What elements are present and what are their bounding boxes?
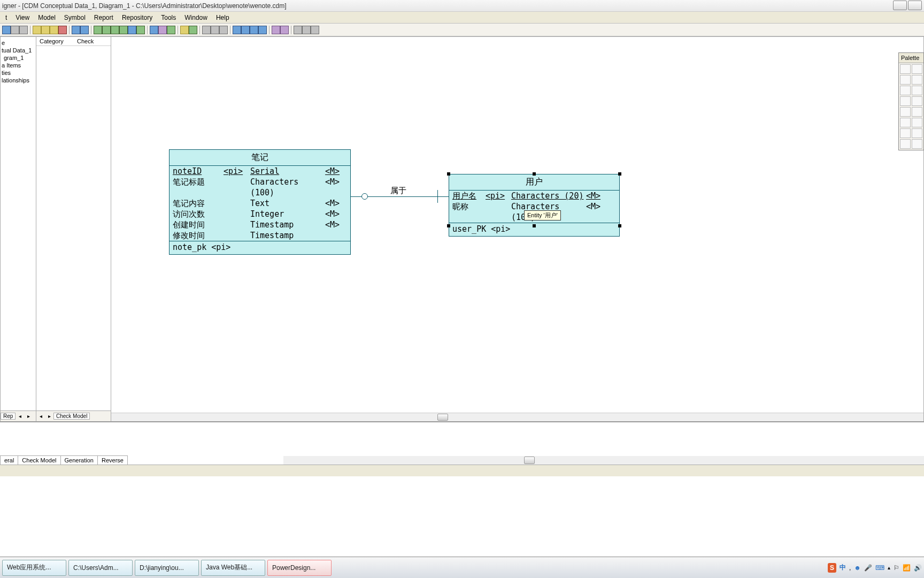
tool-zoomin-icon[interactable] [900,75,911,85]
tool-grabber-icon[interactable] [912,64,922,74]
menu-edit[interactable]: t [1,13,11,22]
palette-toolbox[interactable]: Palette [898,52,924,150]
resize-handle[interactable] [447,224,450,227]
align-left-icon[interactable] [233,26,241,34]
task-item-active[interactable]: PowerDesign... [267,560,332,576]
tool-delete-icon[interactable] [912,86,922,95]
tree-item[interactable]: gram_1 [2,54,35,62]
output-icon[interactable] [136,26,145,34]
win-tilev-icon[interactable] [311,26,319,34]
tool-link-icon[interactable] [900,118,911,127]
browser-panel[interactable]: e tual Data_1 gram_1 a Items ties lation… [0,36,36,422]
tool-line-icon[interactable] [912,128,922,138]
tool-inheritance-icon[interactable] [900,107,911,117]
undo-icon[interactable] [72,26,80,34]
tree-item[interactable]: lationships [2,77,35,84]
ime-icon[interactable]: S [828,563,836,573]
font-icon[interactable] [189,26,197,34]
menu-report[interactable]: Report [90,13,118,22]
win-cascade-icon[interactable] [294,26,302,34]
list-icon[interactable] [111,26,119,34]
properties-icon[interactable] [102,26,111,34]
tray-mic-icon[interactable]: 🎤 [864,564,872,572]
redo-icon[interactable] [80,26,89,34]
menu-model[interactable]: Model [34,13,60,22]
tab-scroll-right-icon[interactable]: ▸ [24,413,33,419]
resize-handle[interactable] [533,224,536,227]
browser-tree[interactable]: e tual Data_1 gram_1 a Items ties lation… [1,37,36,86]
tree-item[interactable]: tual Data_1 [2,47,35,54]
minimize-button[interactable] [893,1,907,10]
tab-repository[interactable]: Rep [1,413,16,420]
resize-handle[interactable] [447,172,450,176]
home-icon[interactable] [211,26,219,34]
back-icon[interactable] [202,26,211,34]
edit-icon[interactable] [167,26,175,34]
tool-ellipse-icon[interactable] [900,139,911,149]
print-icon[interactable] [11,26,19,34]
browser-icon[interactable] [128,26,136,34]
paste-icon[interactable] [50,26,58,34]
tray-face-icon[interactable]: ☻ [854,564,861,572]
task-item[interactable]: D:\jianying\ou... [135,560,199,576]
delete-icon[interactable] [58,26,67,34]
menu-repository[interactable]: Repository [118,13,157,22]
menu-help[interactable]: Help [212,13,234,22]
tool-zoomout-icon[interactable] [912,75,922,85]
tray-volume-icon[interactable]: 🔊 [914,564,922,572]
tab-scroll-left-icon[interactable]: ◂ [36,413,45,419]
task-item[interactable]: Web应用系统... [2,560,66,576]
task-item[interactable]: C:\Users\Adm... [68,560,133,576]
tree-item[interactable]: ties [2,69,35,77]
generate-icon[interactable] [150,26,158,34]
tray-flag-icon[interactable]: ⚐ [894,564,899,572]
tool-note-icon[interactable] [912,118,922,127]
tool-cut-icon[interactable] [900,86,911,95]
tab-general[interactable]: eral [0,455,18,465]
scrollbar-thumb[interactable] [437,414,448,421]
win-tileh-icon[interactable] [302,26,311,34]
tab-scroll-right-icon[interactable]: ▸ [45,413,53,419]
check-icon[interactable] [119,26,128,34]
tab-reverse[interactable]: Reverse [97,455,128,465]
tray-chevron-up-icon[interactable]: ▴ [888,565,890,571]
entity-note[interactable]: 笔记 noteID<pi>Serial<M> 笔记标题Characters (1… [169,149,351,255]
resize-handle[interactable] [618,224,621,227]
relationship-label[interactable]: 属于 [390,186,406,196]
resize-handle[interactable] [618,172,621,176]
palette-title[interactable]: Palette [899,53,923,63]
extend-icon[interactable] [158,26,167,34]
tab-scroll-left-icon[interactable]: ◂ [16,413,24,419]
menu-window[interactable]: Window [180,13,212,22]
canvas-horizontal-scrollbar[interactable] [111,413,923,421]
tool-relationship-icon[interactable] [912,96,922,106]
ime-lang[interactable]: 中 [840,563,846,572]
col-check[interactable]: Check [74,37,97,45]
menu-view[interactable]: View [11,13,34,22]
tab-check-model[interactable]: Check Model [18,455,60,465]
tab-generation[interactable]: Generation [60,455,98,465]
check-panel[interactable]: Category Check ◂ ▸ Check Model [36,36,111,422]
restore-button[interactable] [908,1,922,10]
spell-icon[interactable] [180,26,189,34]
tool-text-icon[interactable] [900,128,911,138]
task-item[interactable]: Java Web基础... [201,560,265,576]
align-top-icon[interactable] [258,26,267,34]
resize-handle[interactable] [533,172,536,176]
tool-association-icon[interactable] [912,107,922,117]
tree-item[interactable]: a Items [2,62,35,69]
copy-icon[interactable] [41,26,50,34]
menu-tools[interactable]: Tools [157,13,180,22]
tray-keyboard-icon[interactable]: ⌨ [875,564,884,572]
tool-pointer-icon[interactable] [900,64,911,74]
tool-rectangle-icon[interactable] [912,139,922,149]
diagram-canvas[interactable]: 笔记 noteID<pi>Serial<M> 笔记标题Characters (1… [111,36,924,422]
output-panel[interactable]: eral Check Model Generation Reverse [0,422,924,465]
col-category[interactable]: Category [36,37,74,45]
preview-icon[interactable] [19,26,28,34]
output-horizontal-scrollbar[interactable] [283,456,924,465]
forward-icon[interactable] [219,26,228,34]
scrollbar-thumb[interactable] [524,457,535,464]
menu-symbol[interactable]: Symbol [60,13,90,22]
cut-icon[interactable] [33,26,41,34]
